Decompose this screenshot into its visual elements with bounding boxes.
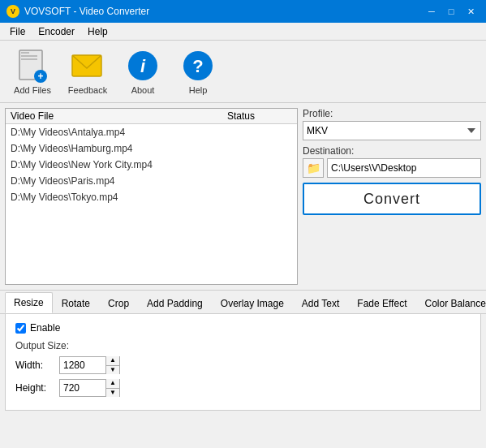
add-files-icon: + [16,50,49,82]
help-icon: ? [182,50,214,82]
browse-folder-button[interactable]: 📁 [303,158,324,178]
menu-help[interactable]: Help [81,24,114,39]
about-label: About [131,85,155,95]
feedback-label: Feedback [68,85,107,95]
destination-section: Destination: 📁 [303,145,481,178]
list-item[interactable]: D:\My Videos\Paris.mp4 [6,173,297,189]
tab-rotate[interactable]: Rotate [53,293,99,313]
maximize-button[interactable]: □ [442,4,460,19]
enable-label[interactable]: Enable [30,322,60,334]
minimize-button[interactable]: ─ [423,4,441,19]
height-row: Height: ▲ ▼ [15,379,471,397]
help-label: Help [189,85,208,95]
tab-content-resize: Enable Output Size: Width: ▲ ▼ Height: ▲… [5,314,481,411]
menu-bar: File Encoder Help [0,23,486,41]
help-svg: ? [182,50,214,82]
svg-text:i: i [140,56,146,76]
toolbar: + Add Files Feedback i About ? [0,41,486,103]
about-button[interactable]: i About [117,45,169,99]
folder-icon: 📁 [307,162,320,174]
feedback-button[interactable]: Feedback [62,45,114,99]
tab-overlay-image[interactable]: Overlay Image [212,293,293,313]
window-controls: ─ □ ✕ [423,4,480,19]
tab-fade-effect[interactable]: Fade Effect [348,293,415,313]
add-files-svg: + [18,49,47,83]
width-label: Width: [15,360,54,371]
svg-text:+: + [37,71,43,82]
convert-button[interactable]: Convert [303,183,481,215]
height-spinner: ▲ ▼ [59,379,120,397]
profile-label: Profile: [303,108,481,119]
tab-add-text[interactable]: Add Text [293,293,348,313]
width-spinner: ▲ ▼ [59,356,120,374]
width-decrement-button[interactable]: ▼ [106,366,119,375]
tabs-bar: Resize Rotate Crop Add Padding Overlay I… [0,290,486,314]
feedback-icon [71,50,104,82]
feedback-svg [71,50,104,81]
add-files-label: Add Files [14,85,51,95]
menu-file[interactable]: File [3,24,32,39]
tab-resize[interactable]: Resize [5,292,53,313]
destination-label: Destination: [303,145,481,157]
window-title: VOVSOFT - Video Converter [24,6,423,17]
output-size-label: Output Size: [15,340,471,351]
list-item[interactable]: D:\My Videos\Hamburg.mp4 [6,140,297,157]
enable-checkbox[interactable] [15,323,26,334]
height-decrement-button[interactable]: ▼ [106,389,119,398]
svg-rect-1 [21,52,29,54]
list-item[interactable]: D:\My Videos\Antalya.mp4 [6,124,297,140]
enable-row: Enable [15,322,471,334]
col-status: Status [227,110,292,122]
about-icon: i [127,50,159,82]
main-area: Video File Status D:\My Videos\Antalya.m… [0,103,486,290]
right-panel: Profile: MKV Destination: 📁 Convert [303,108,481,285]
profile-dropdown[interactable]: MKV [303,121,481,140]
svg-rect-2 [21,55,37,57]
menu-encoder[interactable]: Encoder [32,24,81,39]
svg-rect-3 [21,58,37,60]
width-row: Width: ▲ ▼ [15,356,471,374]
height-label: Height: [15,382,54,394]
app-icon: V [6,5,19,18]
tab-crop[interactable]: Crop [99,293,138,313]
about-svg: i [127,50,159,82]
close-button[interactable]: ✕ [462,4,480,19]
file-list-panel: Video File Status D:\My Videos\Antalya.m… [5,108,298,285]
destination-input[interactable] [327,158,481,178]
tab-add-padding[interactable]: Add Padding [138,293,212,313]
height-input[interactable] [60,380,105,396]
tab-color-balance[interactable]: Color Balance [415,293,486,313]
width-input[interactable] [60,357,105,373]
destination-row: 📁 [303,158,481,178]
col-video-file: Video File [11,110,227,122]
width-spinner-btns: ▲ ▼ [105,356,119,374]
width-increment-button[interactable]: ▲ [106,356,119,366]
list-item[interactable]: D:\My Videos\New York City.mp4 [6,157,297,173]
height-spinner-btns: ▲ ▼ [105,379,119,397]
file-list-header: Video File Status [6,109,297,124]
height-increment-button[interactable]: ▲ [106,379,119,389]
list-item[interactable]: D:\My Videos\Tokyo.mp4 [6,189,297,205]
profile-section: Profile: MKV [303,108,481,140]
help-button[interactable]: ? Help [172,45,224,99]
svg-text:?: ? [192,56,203,76]
title-bar: V VOVSOFT - Video Converter ─ □ ✕ [0,0,486,23]
add-files-button[interactable]: + Add Files [6,45,58,99]
